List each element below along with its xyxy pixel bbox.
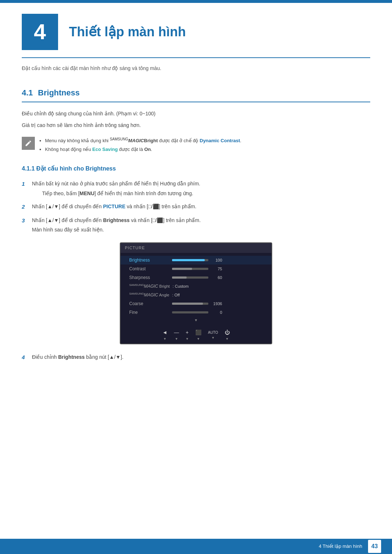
- pencil-icon: [25, 140, 32, 147]
- footer-page-number: 43: [368, 540, 381, 553]
- step-number-2: 2: [22, 202, 32, 211]
- section-number: 4.1: [22, 87, 33, 99]
- footer-btn-minus: — ▼: [174, 329, 179, 342]
- monitor-footer: ◄ ▼ — ▼ + ▼ ⬛ ▼ AUTO ▼ ⏻ ▼: [121, 327, 271, 344]
- step-content-4: Điều chỉnh Brightness bằng nút [▲/▼].: [32, 353, 123, 361]
- chapter-title: Thiết lập màn hình: [69, 22, 186, 42]
- monitor-item-sharpness: Sharpness 60: [121, 273, 271, 282]
- chapter-number: 4: [22, 14, 58, 50]
- note-icon: [22, 137, 35, 150]
- section-title: Brightness: [38, 87, 80, 99]
- top-accent-bar: [0, 0, 392, 3]
- monitor-header: PICTURE: [121, 243, 271, 253]
- step-content-2: Nhấn [▲/▼] để di chuyển đến PICTURE và n…: [32, 202, 196, 210]
- monitor-item-magic-angle: SAMSUNGMAGIC Angle : Off: [121, 291, 271, 299]
- monitor-item-magic-bright: SAMSUNGMAGIC Bright : Custom: [121, 282, 271, 291]
- footer-btn-auto: AUTO ▼: [208, 330, 218, 341]
- step-number-3: 3: [22, 216, 32, 225]
- footer-btn-power: ⏻ ▼: [225, 329, 230, 342]
- content-area: Điều chỉnh độ sáng chung của hình ảnh. (…: [22, 110, 370, 362]
- scroll-indicator: ▼: [121, 317, 271, 324]
- note-item-2: Không hoạt động nếu Eco Saving được đặt …: [45, 145, 241, 153]
- section-header: 4.1 Brightness: [22, 87, 370, 102]
- subsection-header: 4.1.1 Đặt cấu hình cho Brightness: [22, 164, 370, 173]
- step-content-1: Nhấn bất kỳ nút nào ở phía trước sản phẩ…: [32, 180, 200, 197]
- page-footer: 4 Thiết lập màn hình 43: [0, 539, 392, 554]
- monitor-item-coarse: Coarse 1936: [121, 299, 271, 308]
- subsection-title: 4.1.1 Đặt cấu hình cho Brightness: [22, 165, 116, 172]
- step-content-3: Nhấn [▲/▼] để di chuyển đến Brightness v…: [32, 216, 201, 234]
- footer-btn-back: ◄ ▼: [162, 329, 167, 342]
- monitor-item-contrast: Contrast 75: [121, 264, 271, 273]
- footer-btn-enter: ⬛ ▼: [195, 329, 201, 342]
- step-4: 4 Điều chỉnh Brightness bằng nút [▲/▼].: [22, 353, 370, 362]
- monitor-item-brightness: Brightness 100: [121, 256, 271, 264]
- note-list: Menu này không khả dụng khi SAMSUNGMAGIC…: [39, 136, 241, 155]
- monitor-body: Brightness 100 Contrast 75 Sharpness: [121, 253, 271, 327]
- step-3: 3 Nhấn [▲/▼] để di chuyển đến Brightness…: [22, 216, 370, 234]
- step-number-1: 1: [22, 180, 32, 188]
- footer-btn-plus: + ▼: [185, 329, 189, 342]
- footer-chapter-text: 4 Thiết lập màn hình: [319, 543, 362, 550]
- monitor-screenshot: PICTURE Brightness 100 Contrast 75 Sha: [120, 242, 272, 344]
- note-box: Menu này không khả dụng khi SAMSUNGMAGIC…: [22, 136, 370, 155]
- step-1: 1 Nhấn bất kỳ nút nào ở phía trước sản p…: [22, 180, 370, 197]
- description-1: Điều chỉnh độ sáng chung của hình ảnh. (…: [22, 110, 370, 118]
- step-2: 2 Nhấn [▲/▼] để di chuyển đến PICTURE và…: [22, 202, 370, 211]
- note-item-1: Menu này không khả dụng khi SAMSUNGMAGIC…: [45, 136, 241, 145]
- monitor-item-fine: Fine 0: [121, 308, 271, 317]
- chapter-subtitle: Đặt cấu hình các cài đặt màn hình như độ…: [22, 65, 370, 72]
- chapter-header: 4 Thiết lập màn hình: [22, 3, 370, 58]
- description-2: Giá trị cao hơn sẽ làm cho hình ảnh trôn…: [22, 121, 370, 129]
- step-number-4: 4: [22, 353, 32, 362]
